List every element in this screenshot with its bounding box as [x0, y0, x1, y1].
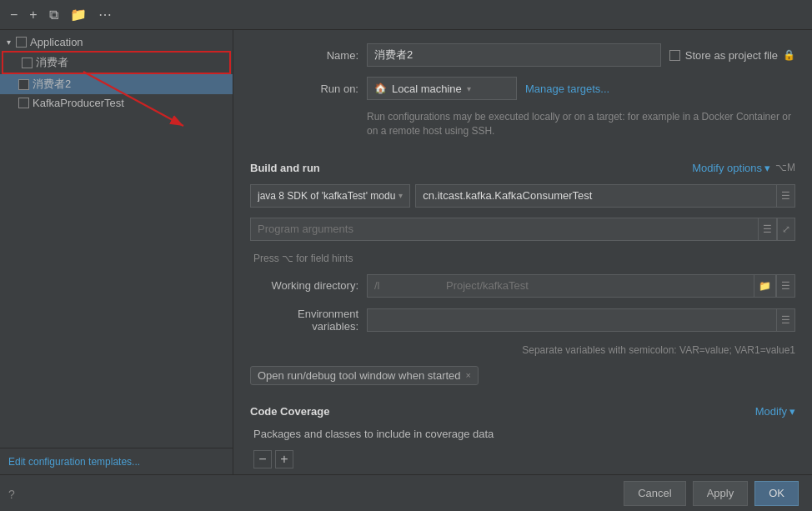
add-package-button[interactable]: +: [275, 450, 293, 468]
run-on-value: Local machine: [392, 83, 462, 95]
build-run-header: Build and run Modify options ▾ ⌥M: [250, 162, 795, 174]
store-checkbox[interactable]: [669, 50, 680, 61]
help-icon[interactable]: ?: [8, 488, 15, 501]
expand-arrow: ▾: [7, 38, 11, 47]
env-vars-icon[interactable]: ☰: [776, 308, 795, 332]
ok-button[interactable]: OK: [754, 481, 799, 506]
plus-button[interactable]: +: [26, 6, 40, 24]
name-label: Name:: [250, 49, 358, 62]
program-args-input[interactable]: [250, 218, 758, 241]
run-hint: Run configurations may be executed local…: [250, 110, 795, 138]
tree-checkbox-application[interactable]: [16, 37, 27, 48]
program-args-icon[interactable]: ☰: [758, 218, 777, 241]
store-row: Store as project file 🔒: [669, 49, 795, 62]
coverage-modify-label: Modify: [755, 405, 787, 418]
tree-item-consumer1[interactable]: 消费者: [2, 51, 231, 74]
name-input[interactable]: [367, 43, 661, 67]
sidebar: ▾ Application 消费者 消费者2 KafkaProducerTest: [0, 30, 233, 474]
env-vars-label: Environment variables:: [250, 308, 358, 333]
field-hint: Press ⌥ for field hints: [250, 253, 795, 264]
working-dir-wrapper: 📁 ☰: [367, 274, 795, 298]
code-coverage-title: Code Coverage: [250, 405, 329, 418]
home-icon: 🏠: [374, 83, 387, 94]
more-button[interactable]: ⋯: [95, 5, 115, 24]
cancel-button[interactable]: Cancel: [624, 481, 685, 506]
minus-button[interactable]: −: [7, 6, 21, 24]
working-dir-expand-icon[interactable]: ☰: [776, 274, 795, 298]
modify-options-label: Modify options: [692, 162, 762, 174]
tag-close-button[interactable]: ×: [466, 370, 471, 380]
apply-button[interactable]: Apply: [693, 481, 749, 506]
shortcut-hint: ⌥M: [775, 162, 795, 173]
run-on-label: Run on:: [250, 83, 358, 95]
sidebar-footer: Edit configuration templates...: [0, 448, 233, 474]
name-row: Name: Store as project file 🔒: [250, 43, 795, 67]
main-class-input[interactable]: [415, 184, 776, 208]
build-run-title: Build and run: [250, 162, 320, 174]
tree-checkbox-consumer1[interactable]: [22, 58, 33, 68]
add-remove-row: − +: [250, 450, 795, 468]
sdk-row: java 8 SDK of 'kafkaTest' modu ▾ ☰: [250, 184, 795, 208]
chevron-down-icon: ▾: [764, 162, 770, 174]
expand-args-icon[interactable]: ⤢: [777, 218, 795, 241]
store-label: Store as project file: [685, 49, 778, 62]
tree-label-application: Application: [30, 36, 83, 48]
sidebar-tree: ▾ Application 消费者 消费者2 KafkaProducerTest: [0, 30, 233, 448]
packages-label: Packages and classes to include in cover…: [250, 428, 795, 440]
dropdown-arrow-icon: ▾: [467, 84, 471, 93]
tag-row: Open run/debug tool window when started …: [250, 366, 795, 385]
env-vars-wrapper: ☰: [367, 308, 795, 332]
modify-options-area: Modify options ▾ ⌥M: [692, 162, 795, 174]
manage-targets-link[interactable]: Manage targets...: [525, 83, 609, 95]
env-hint: Separate variables with semicolon: VAR=v…: [250, 344, 795, 356]
copy-button[interactable]: ⧉: [46, 6, 62, 24]
program-args-wrapper: ☰ ⤢: [250, 218, 795, 241]
sdk-value: java 8 SDK of 'kafkaTest' modu: [258, 190, 395, 202]
run-on-row: Run on: 🏠 Local machine ▾ Manage targets…: [250, 77, 795, 100]
run-on-dropdown[interactable]: 🏠 Local machine ▾: [367, 77, 517, 100]
working-dir-label: Working directory:: [250, 279, 358, 292]
coverage-modify-button[interactable]: Modify ▾: [755, 405, 795, 418]
working-dir-row: Working directory: 📁 ☰: [250, 274, 795, 298]
folder-browse-icon[interactable]: 📁: [754, 274, 776, 298]
env-vars-input[interactable]: [367, 308, 776, 332]
tree-label-consumer2: 消费者2: [33, 77, 71, 92]
tree-label-kafkaproducer: KafkaProducerTest: [33, 97, 124, 109]
bottom-bar: ? Cancel Apply OK: [0, 474, 812, 511]
modify-options-button[interactable]: Modify options ▾: [692, 162, 770, 174]
code-coverage-header: Code Coverage Modify ▾: [250, 405, 795, 418]
tree-checkbox-consumer2[interactable]: [18, 79, 29, 90]
main-content: ▾ Application 消费者 消费者2 KafkaProducerTest: [0, 30, 812, 474]
env-vars-row: Environment variables: ☰: [250, 308, 795, 333]
main-class-wrapper: ☰: [415, 184, 795, 208]
right-panel: Name: Store as project file 🔒 Run on: 🏠 …: [233, 30, 812, 474]
lock-icon: 🔒: [783, 49, 795, 61]
sdk-arrow-icon: ▾: [398, 191, 403, 200]
program-args-row: ☰ ⤢: [250, 218, 795, 241]
open-tool-window-tag: Open run/debug tool window when started …: [250, 366, 479, 385]
main-class-browse-icon[interactable]: ☰: [776, 184, 795, 208]
tree-checkbox-kafkaproducer[interactable]: [18, 98, 29, 108]
open-tool-window-label: Open run/debug tool window when started: [258, 369, 461, 382]
tree-item-consumer2[interactable]: 消费者2: [0, 74, 233, 94]
toolbar: − + ⧉ 📁 ⋯: [0, 0, 812, 30]
tree-label-consumer1: 消费者: [36, 55, 68, 70]
tree-item-kafkaproducer[interactable]: KafkaProducerTest: [0, 94, 233, 112]
remove-package-button[interactable]: −: [253, 450, 272, 468]
edit-templates-link[interactable]: Edit configuration templates...: [8, 456, 140, 468]
folder-button[interactable]: 📁: [67, 5, 90, 24]
coverage-chevron-icon: ▾: [789, 405, 795, 418]
sdk-dropdown[interactable]: java 8 SDK of 'kafkaTest' modu ▾: [250, 184, 410, 208]
tree-item-application[interactable]: ▾ Application: [0, 33, 233, 51]
working-dir-input[interactable]: [367, 274, 754, 298]
